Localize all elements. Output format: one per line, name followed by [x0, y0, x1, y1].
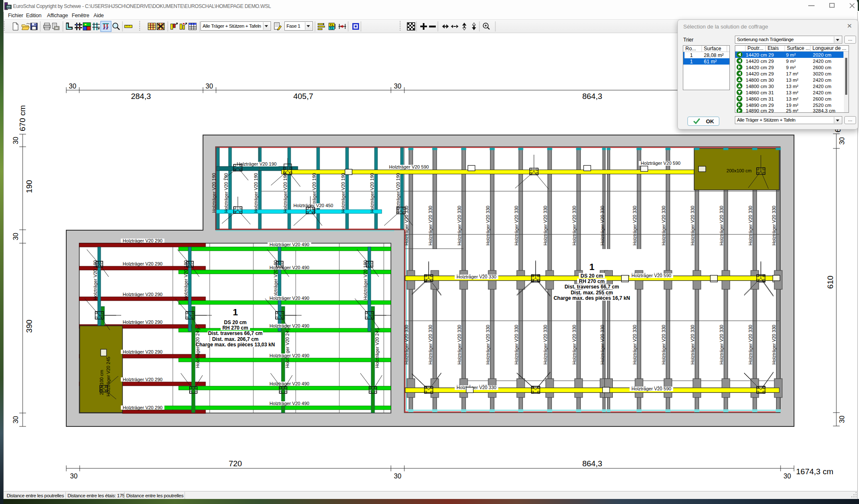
svg-text:Surface ...: Surface ... [787, 45, 810, 51]
svg-text:T2: T2 [330, 27, 333, 30]
svg-text:14420 cm: 14420 cm [746, 65, 767, 70]
svg-text:Surface: Surface [704, 46, 721, 52]
svg-text:13 m²: 13 m² [786, 78, 799, 83]
svg-text:14800 cm: 14800 cm [746, 84, 767, 89]
svg-text:29: 29 [768, 108, 774, 113]
svg-text:3020 cm: 3020 cm [813, 71, 831, 76]
svg-text:2020 cm: 2020 cm [813, 52, 831, 57]
svg-text:14860 cm: 14860 cm [746, 96, 767, 101]
svg-text:Dist. traverses 66,7 cm: Dist. traverses 66,7 cm [565, 284, 619, 290]
svg-text:14420 cm: 14420 cm [746, 59, 767, 64]
svg-text:13 m²: 13 m² [786, 90, 799, 95]
svg-text:Holzträger V20 330: Holzträger V20 330 [457, 274, 497, 279]
svg-text:2600 cm: 2600 cm [813, 96, 831, 101]
svg-text:14890 cm: 14890 cm [746, 103, 767, 108]
svg-text:Holzträger V20 330: Holzträger V20 330 [457, 385, 497, 390]
svg-text:28,08 m²: 28,08 m² [704, 52, 724, 58]
svg-text:14800 cm: 14800 cm [746, 78, 767, 83]
svg-text:2420 cm: 2420 cm [813, 59, 831, 64]
svg-text:1: 1 [690, 52, 693, 58]
svg-text:17 m²: 17 m² [786, 71, 799, 76]
svg-text:RH 270 cm: RH 270 cm [579, 278, 604, 284]
svg-text:14420 cm: 14420 cm [746, 52, 767, 57]
svg-text:3284,3 cm: 3284,3 cm [813, 108, 836, 113]
svg-text:19 m²: 19 m² [786, 103, 799, 108]
svg-text:31: 31 [768, 96, 774, 101]
svg-text:Longueur de ...: Longueur de ... [812, 45, 846, 51]
svg-text:2420 cm: 2420 cm [813, 90, 831, 95]
svg-text:Etais: Etais [768, 45, 779, 51]
svg-text:2420 cm: 2420 cm [813, 84, 831, 89]
svg-text:Ro...: Ro... [685, 46, 696, 52]
svg-text:29: 29 [768, 65, 774, 70]
svg-text:29: 29 [768, 52, 774, 57]
svg-text:Holzträger V20 590: Holzträger V20 590 [632, 273, 672, 278]
svg-text:13 m²: 13 m² [786, 84, 799, 89]
svg-text:30: 30 [768, 78, 774, 83]
svg-text:13 m²: 13 m² [786, 96, 799, 101]
svg-text:14890 cm: 14890 cm [746, 108, 767, 113]
svg-text:T1: T1 [330, 23, 333, 26]
svg-text:9 m²: 9 m² [786, 52, 796, 57]
svg-text:1: 1 [690, 59, 693, 65]
svg-text:9 m²: 9 m² [786, 65, 796, 70]
svg-text:2420 cm: 2420 cm [813, 78, 831, 83]
svg-text:1: 1 [589, 262, 594, 272]
svg-text:DS 20 cm: DS 20 cm [580, 273, 603, 279]
svg-text:30: 30 [768, 84, 774, 89]
svg-text:29: 29 [768, 103, 774, 108]
svg-text:Charge max. des pièces 16,7 kN: Charge max. des pièces 16,7 kN [554, 295, 630, 301]
svg-text:Dist. max. 255 cm: Dist. max. 255 cm [571, 290, 613, 296]
svg-text:OK: OK [706, 118, 714, 125]
svg-text:29: 29 [768, 59, 774, 64]
svg-text:14420 cm: 14420 cm [746, 71, 767, 76]
svg-text:61 m²: 61 m² [704, 59, 717, 65]
svg-text:31: 31 [768, 90, 774, 95]
svg-text:29: 29 [768, 71, 774, 76]
svg-text:25 m²: 25 m² [786, 108, 799, 113]
svg-text:2600 cm: 2600 cm [813, 65, 831, 70]
svg-text:Holzträger V20 590: Holzträger V20 590 [632, 386, 672, 391]
svg-text:2520 cm: 2520 cm [813, 103, 831, 108]
svg-text:14860 cm: 14860 cm [746, 90, 767, 95]
svg-text:9 m²: 9 m² [786, 59, 796, 64]
svg-text:Poutr...: Poutr... [747, 45, 763, 51]
